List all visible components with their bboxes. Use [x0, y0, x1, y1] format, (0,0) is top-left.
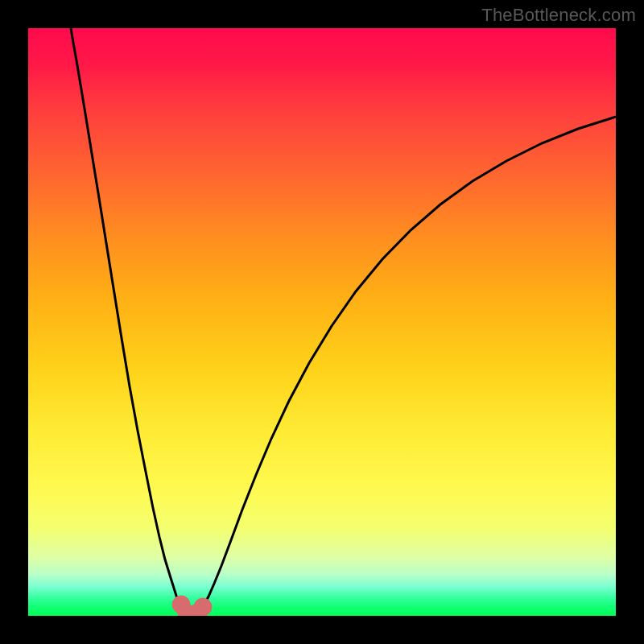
curve-marker: [194, 598, 212, 616]
chart-svg: [28, 28, 616, 616]
watermark-text: TheBottleneck.com: [481, 5, 636, 26]
chart-frame: TheBottleneck.com: [0, 0, 644, 644]
bottleneck-curve: [71, 28, 616, 615]
plot-area: [28, 28, 616, 616]
curve-markers: [172, 596, 212, 616]
